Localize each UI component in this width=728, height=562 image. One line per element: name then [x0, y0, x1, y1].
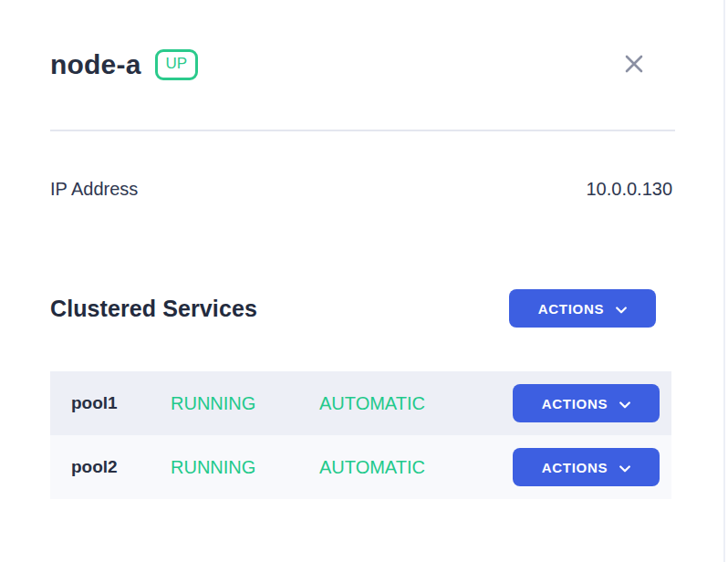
service-row-pool2: pool2 RUNNING AUTOMATIC ACTIONS [50, 435, 671, 499]
clustered-services-header: Clustered Services ACTIONS [50, 288, 656, 328]
service-mode: AUTOMATIC [319, 457, 513, 478]
service-row-pool1: pool1 RUNNING AUTOMATIC ACTIONS [50, 371, 671, 435]
header-divider [50, 130, 675, 131]
clustered-services-table: pool1 RUNNING AUTOMATIC ACTIONS pool2 RU… [50, 371, 671, 499]
node-details-panel: node-a UP IP Address 10.0.0.130 Clustere… [0, 0, 728, 562]
chevron-down-icon [619, 396, 630, 411]
section-heading: Clustered Services [50, 296, 257, 322]
service-state: RUNNING [171, 457, 319, 478]
service-name: pool1 [50, 393, 171, 413]
services-actions-button[interactable]: ACTIONS [509, 289, 656, 328]
panel-header: node-a UP [50, 49, 675, 80]
actions-button-label: ACTIONS [538, 301, 604, 317]
close-icon [624, 54, 644, 77]
page-title: node-a [50, 49, 141, 80]
service-actions-button-pool1[interactable]: ACTIONS [513, 384, 660, 422]
actions-button-label: ACTIONS [542, 396, 608, 411]
close-button[interactable] [622, 53, 646, 77]
service-mode: AUTOMATIC [319, 393, 513, 414]
chevron-down-icon [619, 460, 630, 475]
ip-address-label: IP Address [50, 179, 138, 200]
panel-edge-divider [723, 0, 725, 562]
actions-button-label: ACTIONS [542, 460, 608, 475]
status-badge: UP [155, 49, 199, 79]
service-state: RUNNING [171, 393, 319, 414]
ip-address-row: IP Address 10.0.0.130 [50, 179, 672, 200]
service-name: pool2 [50, 457, 171, 477]
chevron-down-icon [616, 301, 627, 317]
ip-address-value: 10.0.0.130 [586, 179, 672, 200]
service-actions-button-pool2[interactable]: ACTIONS [513, 448, 660, 486]
